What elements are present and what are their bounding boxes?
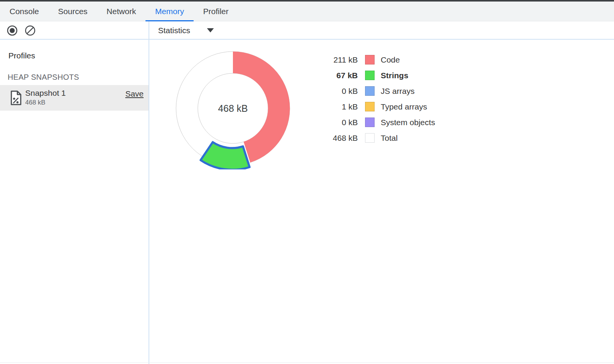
- legend-label: System objects: [381, 118, 435, 127]
- legend-row-code[interactable]: 211 kB Code: [328, 52, 435, 68]
- legend-row-js-arrays[interactable]: 0 kB JS arrays: [328, 83, 435, 99]
- js-arrays-swatch-icon: [365, 86, 375, 96]
- perspective-dropdown-label: Statistics: [158, 26, 190, 35]
- legend-label: Strings: [381, 71, 408, 80]
- legend-label: JS arrays: [381, 87, 415, 96]
- record-heap-snapshot-button[interactable]: [6, 25, 18, 36]
- legend-row-typed-arrays[interactable]: 1 kB Typed arrays: [328, 99, 435, 114]
- donut-total-label: 468 kB: [218, 103, 248, 114]
- legend-row-total[interactable]: 468 kB Total: [328, 130, 435, 146]
- strings-swatch-icon: [365, 71, 375, 80]
- tab-profiler[interactable]: Profiler: [194, 2, 238, 21]
- profiles-toolbar: [0, 22, 149, 39]
- statistics-panel: 468 kB 211 kB Code 67 kB Strings 0 kB JS…: [149, 40, 614, 364]
- tab-memory[interactable]: Memory: [145, 2, 194, 21]
- total-swatch-icon: [365, 133, 375, 143]
- snapshot-name: Snapshot 1: [25, 89, 66, 98]
- donut-slice-strings-selected[interactable]: [200, 142, 249, 170]
- view-toolbar: Statistics: [149, 22, 614, 39]
- legend-label: Code: [381, 55, 400, 64]
- legend-value: 0 kB: [328, 118, 358, 127]
- legend-value: 1 kB: [328, 102, 358, 111]
- heap-statistics-donut-chart: 468 kB: [172, 47, 294, 169]
- system-objects-swatch-icon: [365, 118, 375, 127]
- perspective-dropdown[interactable]: Statistics: [155, 24, 217, 37]
- legend-label: Total: [381, 134, 397, 143]
- chart-legend: 211 kB Code 67 kB Strings 0 kB JS arrays…: [328, 52, 435, 146]
- snapshot-list-item[interactable]: Snapshot 1 468 kB Save: [0, 85, 149, 111]
- tab-console[interactable]: Console: [0, 2, 48, 21]
- legend-label: Typed arrays: [381, 102, 427, 111]
- chevron-down-icon: [207, 28, 214, 32]
- legend-value: 0 kB: [328, 87, 358, 96]
- sidebar-title: Profiles: [8, 51, 35, 60]
- legend-value: 468 kB: [328, 134, 358, 143]
- code-swatch-icon: [365, 55, 375, 64]
- clear-profiles-button[interactable]: [24, 25, 36, 36]
- typed-arrays-swatch-icon: [365, 102, 375, 111]
- clear-icon: [24, 25, 36, 36]
- record-icon: [6, 25, 18, 36]
- legend-value: 211 kB: [328, 55, 358, 64]
- tab-network[interactable]: Network: [97, 2, 145, 21]
- legend-value: 67 kB: [328, 71, 358, 80]
- legend-row-system-objects[interactable]: 0 kB System objects: [328, 114, 435, 130]
- toolbar: Statistics: [0, 22, 614, 40]
- heap-snapshots-heading: HEAP SNAPSHOTS: [8, 73, 79, 82]
- profiles-sidebar: Profiles HEAP SNAPSHOTS Snapshot 1 468 k…: [0, 40, 149, 364]
- tab-sources[interactable]: Sources: [48, 2, 97, 21]
- heap-snapshot-file-icon: [10, 90, 22, 105]
- devtools-tabbar: Console Sources Network Memory Profiler: [0, 2, 614, 21]
- bottom-hairline: [0, 362, 614, 363]
- save-link[interactable]: Save: [125, 89, 144, 98]
- snapshot-size: 468 kB: [25, 99, 45, 106]
- legend-row-strings[interactable]: 67 kB Strings: [328, 68, 435, 83]
